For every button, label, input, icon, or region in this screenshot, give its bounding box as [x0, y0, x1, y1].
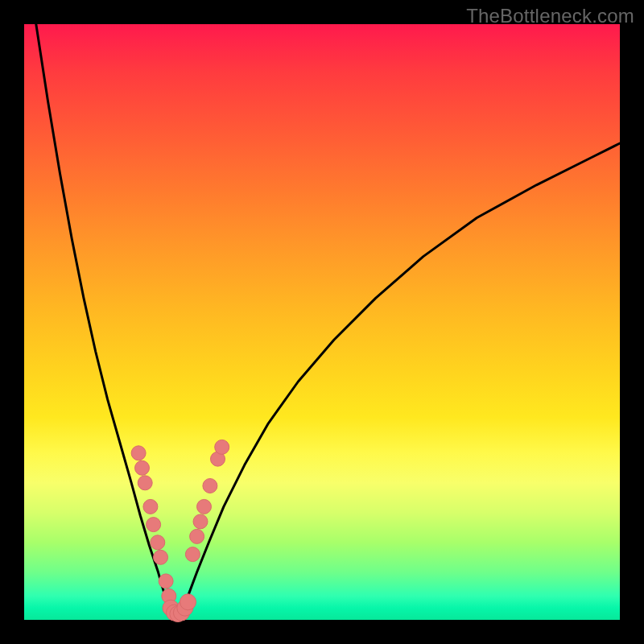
- data-marker: [147, 518, 161, 532]
- chart-frame: TheBottleneck.com: [0, 0, 644, 644]
- data-marker: [143, 499, 158, 514]
- data-marker: [138, 476, 152, 490]
- data-marker: [203, 479, 217, 493]
- data-marker: [135, 460, 150, 475]
- data-marker: [197, 499, 212, 514]
- data-marker: [159, 574, 173, 588]
- curve-layer: [36, 24, 620, 617]
- data-marker: [185, 547, 200, 562]
- data-marker: [154, 550, 168, 564]
- data-marker: [215, 440, 229, 454]
- data-marker: [180, 594, 196, 610]
- plot-area: [24, 24, 620, 620]
- data-marker: [151, 535, 165, 550]
- plot-svg: [24, 24, 620, 620]
- data-marker: [190, 529, 204, 543]
- data-marker: [193, 514, 208, 529]
- data-marker: [131, 446, 146, 460]
- series-curve-right: [173, 143, 620, 617]
